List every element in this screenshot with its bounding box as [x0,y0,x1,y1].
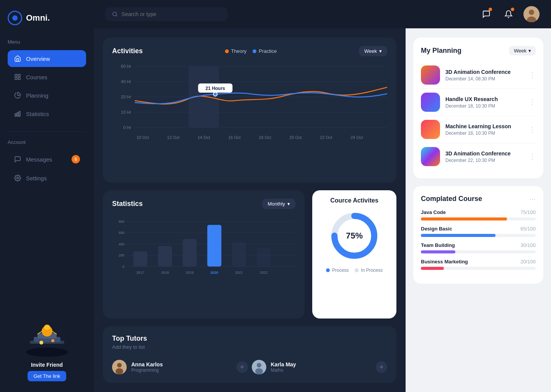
svg-text:40 Hr: 40 Hr [121,79,131,84]
user-avatar[interactable] [523,6,540,22]
plan-more-button[interactable]: ⋮ [529,125,536,134]
plan-icon [421,65,440,85]
svg-text:600: 600 [119,231,124,235]
activities-card: Activities Theory Practice Week ▾ [103,38,396,183]
menu-label: Menu [8,39,86,45]
svg-text:400: 400 [119,242,124,246]
practice-dot [253,49,256,53]
planning-week-button[interactable]: Week ▾ [509,46,536,56]
more-options-button[interactable]: ··· [529,194,536,203]
svg-rect-60 [257,248,271,266]
sidebar-item-label: Statistics [26,111,49,117]
monthly-filter-button[interactable]: Monthly ▾ [262,199,295,209]
svg-rect-6 [19,111,20,116]
svg-text:20 Hr: 20 Hr [121,95,131,99]
tutor-name: Anna Karlos [131,361,163,368]
in-process-dot [355,268,359,272]
plan-name: 3D Animation Conference [445,69,511,75]
sidebar-item-settings[interactable]: Settings [8,170,86,186]
left-panel: Activities Theory Practice Week ▾ [94,28,406,392]
course-activities-title: Cource Activites [330,197,378,204]
sidebar-item-label: Planning [26,92,48,99]
svg-point-73 [257,363,261,368]
sidebar-bottom: Invite Friend Get The link [8,320,86,381]
sidebar-item-overview[interactable]: Overview [8,50,86,67]
divider [8,131,86,132]
add-tutor-button[interactable]: + [376,361,387,373]
plan-more-button[interactable]: ⋮ [529,71,536,79]
svg-point-17 [51,339,54,342]
svg-point-21 [529,10,534,15]
notifications-button[interactable] [501,7,516,21]
course-name: Design Basic [421,226,452,232]
activities-legend: Theory Practice [225,48,277,54]
right-panel: My Planning Week ▾ 3D Animation Conferen… [406,28,551,392]
svg-rect-4 [15,114,16,116]
svg-point-7 [17,177,19,179]
plan-date: December 22, 10:30 PM [445,158,511,163]
sidebar-item-courses[interactable]: Courses [8,69,86,85]
course-progress-row: Team Building 30/100 [421,242,536,253]
sidebar-item-label: Courses [26,74,47,80]
svg-text:2022: 2022 [260,271,267,274]
sidebar-item-label: Settings [26,175,47,181]
sidebar-item-planning[interactable]: Planning [8,87,86,104]
svg-rect-57 [183,239,197,266]
course-progress-row: Design Basic 65/100 [421,226,536,237]
sidebar-item-label: Messages [26,156,52,163]
add-tutor-button[interactable]: + [236,361,248,373]
course-score: 20/100 [520,259,536,265]
message-badge: 5 [72,155,80,163]
plan-more-button[interactable]: ⋮ [529,152,536,161]
course-name: Business Marketing [421,259,468,265]
bottom-row: Statistics Monthly ▾ [103,190,396,318]
svg-text:2020: 2020 [210,271,218,274]
plan-icon [421,93,440,112]
search-input[interactable] [122,11,221,17]
message-icon [14,155,21,163]
planning-card: My Planning Week ▾ 3D Animation Conferen… [413,38,543,178]
practice-legend: Practice [253,48,277,54]
progress-bar [421,234,496,237]
svg-text:0 Hr: 0 Hr [123,125,131,130]
plan-name: Machine Learning Lesson [445,123,511,129]
plan-item: 3D Animation Conference December 22, 10:… [421,143,536,170]
book-icon [14,73,21,81]
messages-button[interactable] [479,7,494,21]
svg-rect-59 [232,243,246,267]
in-process-legend: In Process [355,268,383,273]
week-filter-button[interactable]: Week ▾ [359,46,387,56]
logo: Omni. [8,11,86,25]
course-score: 75/100 [520,209,536,215]
process-legend: Process [326,268,349,273]
sidebar-item-messages[interactable]: Messages 5 [8,150,86,168]
donut-chart: 75% [329,211,379,261]
planning-header: My Planning Week ▾ [421,46,536,56]
invite-button[interactable]: Get The link [28,371,67,381]
topbar-right [479,6,540,22]
sidebar-item-statistics[interactable]: Statistics [8,105,86,122]
plan-icon [421,147,440,166]
progress-bar-bg [421,250,536,253]
progress-bar [421,267,444,270]
right-sub-col: Cource Activites 75% Process [312,190,396,318]
svg-text:24 Oct: 24 Oct [350,135,363,140]
content-area: Activities Theory Practice Week ▾ [94,28,551,392]
statistics-title: Statistics [112,200,143,208]
plan-date: December 18, 10:30 PM [445,131,511,136]
progress-bar-bg [421,234,536,237]
svg-text:2017: 2017 [136,271,144,274]
completed-title: Complated Course [421,195,482,203]
svg-point-18 [113,12,117,16]
svg-text:12 Oct: 12 Oct [167,135,179,140]
tutors-grid: Anna Karlos Programming + Karla May Math… [112,354,387,374]
completed-course-card: Complated Course ··· Java Code 75/100 De… [413,186,543,284]
statistics-icon [14,110,21,118]
process-dot [326,268,330,272]
svg-text:16 Oct: 16 Oct [228,135,240,140]
search-box[interactable] [105,7,228,21]
progress-bar [421,217,507,220]
activities-chart-svg: 60 Hr 40 Hr 20 Hr 10 Hr 0 Hr [112,62,387,147]
plan-more-button[interactable]: ⋮ [529,98,536,106]
svg-text:10 Hr: 10 Hr [121,110,131,114]
